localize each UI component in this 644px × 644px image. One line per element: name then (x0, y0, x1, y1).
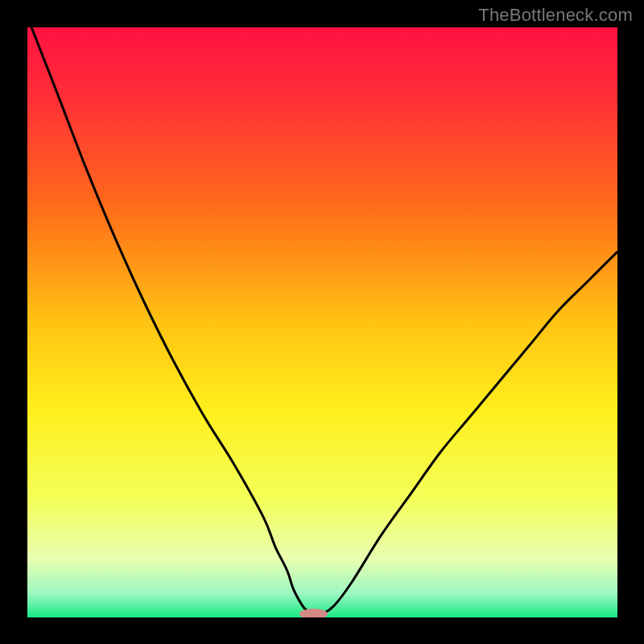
watermark-text: TheBottleneck.com (478, 5, 633, 26)
chart-frame: TheBottleneck.com (0, 0, 644, 644)
bottleneck-chart (27, 27, 617, 617)
plot-area (27, 27, 617, 617)
gradient-background (27, 27, 617, 617)
